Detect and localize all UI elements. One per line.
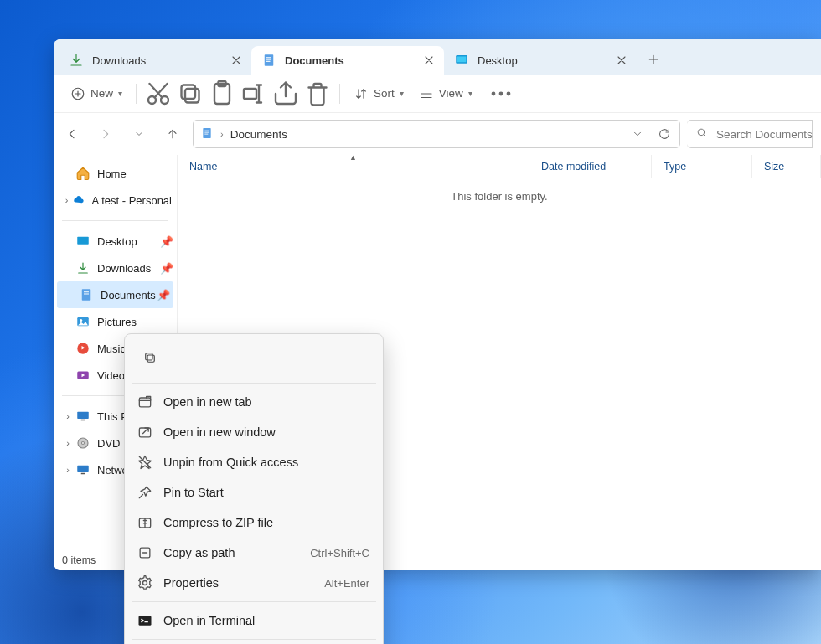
column-size[interactable]: Size <box>752 155 821 178</box>
ctx-open-terminal[interactable]: Open in Terminal <box>130 605 378 636</box>
sidebar-item-desktop[interactable]: Desktop 📌 <box>54 228 177 255</box>
context-menu: Open in new tab Open in new window Unpin… <box>124 333 384 644</box>
svg-rect-25 <box>84 294 89 295</box>
svg-rect-9 <box>185 89 199 103</box>
sidebar-label: Desktop <box>97 235 137 248</box>
share-button[interactable] <box>271 80 301 108</box>
sidebar-item-pictures[interactable]: Pictures <box>54 308 177 335</box>
ctx-open-new-tab[interactable]: Open in new tab <box>130 387 378 417</box>
desktop-icon <box>75 234 90 249</box>
sidebar-label: Music <box>97 343 126 355</box>
chevron-down-icon: ▾ <box>118 89 122 98</box>
chevron-down-icon: ▾ <box>400 89 404 98</box>
column-name[interactable]: Name ▲ <box>178 155 529 178</box>
paste-button[interactable] <box>207 80 237 108</box>
refresh-button[interactable] <box>654 124 674 144</box>
chevron-right-icon[interactable]: › <box>62 411 74 421</box>
svg-point-27 <box>80 319 82 322</box>
rename-button[interactable] <box>239 80 269 108</box>
ctx-open-new-window[interactable]: Open in new window <box>130 417 378 447</box>
chevron-right-icon[interactable]: › <box>62 438 74 448</box>
address-bar[interactable]: › Documents <box>193 120 680 148</box>
svg-rect-10 <box>182 85 196 99</box>
svg-rect-31 <box>81 420 85 421</box>
chevron-right-icon: › <box>220 129 224 139</box>
svg-rect-18 <box>204 130 209 131</box>
more-button[interactable] <box>486 80 516 108</box>
sidebar-item-onedrive[interactable]: › A test - Personal <box>54 187 177 214</box>
svg-point-21 <box>698 129 705 136</box>
context-quick-actions <box>130 339 378 379</box>
ctx-compress-zip[interactable]: Compress to ZIP file <box>130 507 378 538</box>
ctx-pin-to-start[interactable]: Pin to Start <box>130 477 378 507</box>
sidebar-item-home[interactable]: Home <box>54 160 177 187</box>
svg-rect-13 <box>244 89 256 99</box>
tab-documents[interactable]: Documents <box>251 46 444 75</box>
sidebar-item-documents[interactable]: Documents 📌 <box>57 281 173 308</box>
ctx-label: Pin to Start <box>163 486 224 499</box>
recent-dropdown[interactable] <box>126 121 152 147</box>
column-label: Date modified <box>541 161 606 173</box>
forward-button[interactable] <box>92 121 119 147</box>
address-dropdown[interactable] <box>627 124 648 144</box>
svg-rect-35 <box>81 473 85 475</box>
ctx-unpin-quick-access[interactable]: Unpin from Quick access <box>130 447 378 477</box>
sort-button[interactable]: Sort ▾ <box>347 80 410 108</box>
sidebar-item-downloads[interactable]: Downloads 📌 <box>54 255 177 281</box>
document-icon <box>79 287 94 302</box>
videos-icon <box>75 368 90 383</box>
ctx-copy-as-path[interactable]: Copy as path Ctrl+Shift+C <box>130 538 378 568</box>
svg-rect-34 <box>77 466 89 472</box>
chevron-right-icon[interactable]: › <box>62 465 74 475</box>
terminal-icon <box>137 612 153 629</box>
search-box[interactable]: Search Documents <box>687 120 813 148</box>
column-date[interactable]: Date modified <box>529 155 652 178</box>
svg-rect-23 <box>82 289 91 301</box>
column-headers: Name ▲ Date modified Type Size <box>178 155 821 178</box>
separator <box>132 639 376 640</box>
back-button[interactable] <box>59 121 85 147</box>
breadcrumb-location[interactable]: Documents <box>230 128 287 141</box>
tab-strip: Downloads Documents Desktop <box>54 39 821 75</box>
pin-icon: 📌 <box>160 235 172 248</box>
newtab-icon <box>137 394 153 410</box>
cloud-icon <box>73 193 85 208</box>
music-icon <box>75 341 90 356</box>
svg-rect-0 <box>265 54 274 66</box>
download-icon <box>69 53 84 68</box>
pin-icon <box>137 484 153 501</box>
chevron-right-icon[interactable]: › <box>62 195 71 205</box>
svg-rect-1 <box>266 57 271 58</box>
close-icon[interactable] <box>230 54 243 67</box>
svg-rect-5 <box>457 57 467 63</box>
close-icon[interactable] <box>422 54 436 67</box>
new-button[interactable]: New ▾ <box>64 80 129 108</box>
disc-icon <box>75 435 90 451</box>
monitor-icon <box>75 409 90 424</box>
close-icon[interactable] <box>615 54 628 67</box>
tab-desktop[interactable]: Desktop <box>444 46 637 75</box>
sidebar-label: Downloads <box>97 262 151 275</box>
delete-button[interactable] <box>302 80 333 108</box>
copy-button[interactable] <box>175 80 205 108</box>
ctx-label: Open in new window <box>163 425 276 439</box>
sort-caret-icon: ▲ <box>349 155 357 162</box>
view-button[interactable]: View ▾ <box>412 80 479 108</box>
up-button[interactable] <box>159 121 186 147</box>
column-type[interactable]: Type <box>652 155 752 178</box>
search-icon <box>695 126 708 142</box>
svg-rect-2 <box>266 59 271 60</box>
tab-label: Desktop <box>478 54 518 67</box>
copy-button[interactable] <box>135 343 165 373</box>
svg-rect-19 <box>204 131 209 132</box>
sidebar-label: Pictures <box>97 316 137 328</box>
search-placeholder: Search Documents <box>716 128 813 141</box>
ctx-label: Unpin from Quick access <box>163 456 298 469</box>
svg-rect-36 <box>147 355 154 362</box>
tab-downloads[interactable]: Downloads <box>59 46 251 75</box>
new-tab-button[interactable] <box>640 46 667 73</box>
ctx-properties[interactable]: Properties Alt+Enter <box>130 568 378 598</box>
document-icon <box>200 126 214 142</box>
cut-button[interactable] <box>143 80 173 108</box>
svg-point-33 <box>82 442 85 445</box>
